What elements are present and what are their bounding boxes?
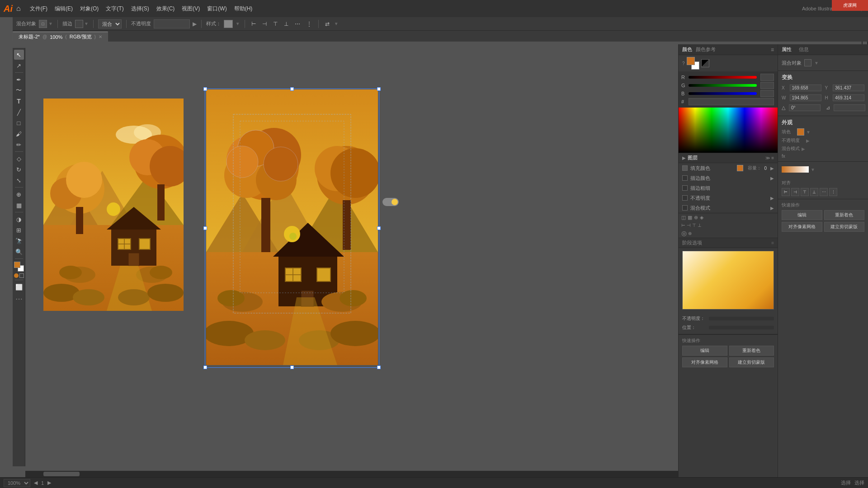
w-input[interactable] (790, 94, 821, 101)
eraser-tool[interactable]: ◇ (14, 154, 24, 164)
artboard-tool[interactable]: ⬜ (14, 282, 24, 292)
align-mid-prop[interactable]: ⋯ (820, 188, 828, 196)
more-tools[interactable]: ⋯ (15, 295, 23, 303)
opacity-arrow[interactable]: ▶ (193, 21, 197, 27)
props-title[interactable]: 属性 (782, 46, 792, 53)
stroke-checkbox[interactable] (682, 175, 688, 181)
menu-view[interactable]: 视图(V) (182, 5, 200, 13)
stroke-dropdown[interactable]: ▼ (84, 21, 89, 26)
style-dropdown[interactable]: ▼ (236, 21, 240, 26)
handle-bl[interactable] (203, 366, 207, 369)
object-dropdown[interactable]: ▼ (48, 21, 53, 26)
opacity-input[interactable] (154, 19, 190, 28)
paintbrush-tool[interactable]: 🖌 (14, 129, 24, 139)
warp-tool[interactable]: ⊕ (14, 189, 24, 199)
qa-props-edit[interactable]: 编辑 (782, 210, 822, 220)
graph-tool[interactable]: ▦ (14, 200, 24, 210)
x-input[interactable] (790, 84, 821, 91)
text-tool[interactable]: T (14, 96, 24, 106)
mesh-tool[interactable]: ⊞ (14, 225, 24, 235)
align-top-prop[interactable]: ⊥ (810, 188, 818, 196)
curvature-tool[interactable]: 〜 (14, 85, 24, 95)
transform-btn[interactable]: ⇄ (323, 20, 331, 28)
swap-colors-btn[interactable]: ? (682, 61, 685, 66)
align-btn-1[interactable]: ⊢ (681, 223, 685, 228)
handle-bm[interactable] (290, 366, 294, 369)
menu-select[interactable]: 选择(S) (131, 5, 149, 13)
path-btn-2[interactable]: ⊕ (688, 231, 692, 236)
scale-tool[interactable]: ⤡ (14, 175, 24, 185)
app-btn-4[interactable]: ◈ (700, 215, 703, 221)
menu-object[interactable]: 对象(O) (80, 5, 99, 13)
align-bot-prop[interactable]: ⋮ (829, 188, 837, 196)
align-left-prop[interactable]: ⊢ (782, 188, 790, 196)
object-icon[interactable]: □ (39, 20, 47, 28)
align-right-prop[interactable]: ⊤ (801, 188, 809, 196)
expand-icon[interactable]: ≫ (765, 155, 770, 160)
zoom-tool[interactable]: 🔍 (14, 247, 24, 257)
home-icon[interactable]: ⌂ (16, 5, 21, 13)
app-btn-2[interactable]: ▦ (688, 215, 692, 221)
qa-props-recolor[interactable]: 重新着色 (824, 210, 865, 220)
none-color-box[interactable] (701, 59, 709, 67)
menu-text[interactable]: 文字(T) (106, 5, 123, 13)
opacity-gradient-bar[interactable] (709, 317, 774, 320)
zoom-select[interactable]: 100% (4, 479, 30, 487)
document-tab[interactable]: 未标题-2* @ 100% ( RGB/预览 ) ✕ (13, 32, 108, 42)
position-gradient-bar[interactable] (709, 326, 774, 329)
gradient-menu-btn[interactable]: ≡ (771, 240, 774, 245)
color-spectrum[interactable] (679, 108, 778, 153)
blend-obj-dropdown[interactable]: ▼ (814, 61, 819, 66)
pen-tool[interactable]: ✒ (14, 75, 24, 84)
pencil-tool[interactable]: ✏ (14, 140, 24, 150)
fg-color-swatch[interactable] (14, 262, 20, 268)
align-btn-2[interactable]: ⊣ (687, 223, 691, 228)
color-mode-btn[interactable] (14, 273, 19, 278)
qa-props-mask[interactable]: 建立剪切蒙版 (824, 222, 865, 232)
fill-dropdown[interactable]: ▼ (806, 130, 811, 135)
line-tool[interactable]: ╱ (14, 107, 24, 117)
g-slider[interactable] (689, 84, 757, 87)
app-btn-1[interactable]: ◫ (681, 215, 686, 221)
handle-br[interactable] (377, 366, 381, 369)
align-bottom-btn[interactable]: ⋮ (305, 20, 314, 28)
blend-checkbox[interactable] (682, 205, 688, 211)
panel-menu-icon[interactable]: ≡ (771, 155, 774, 160)
direct-select-tool[interactable]: ↗ (14, 61, 24, 70)
color-bar-dropdown[interactable]: ▼ (811, 167, 815, 172)
blend-mode-prop-expand[interactable]: ▶ (802, 146, 805, 151)
color-tab[interactable]: 颜色 (682, 46, 692, 53)
menu-window[interactable]: 窗口(W) (207, 5, 226, 13)
props-tab2[interactable]: 信息 (799, 46, 809, 53)
fill-color-preview[interactable] (737, 165, 743, 171)
g-value[interactable] (760, 82, 774, 89)
page-arrows-right[interactable]: ▶ (47, 480, 51, 486)
fill-expand[interactable]: ▶ (770, 166, 774, 171)
opacity-expand[interactable]: ▶ (770, 196, 774, 201)
path-btn[interactable]: ◎ (681, 230, 687, 237)
align-btn-3[interactable]: ⊤ (692, 223, 696, 228)
align-left-btn[interactable]: ⊢ (250, 20, 258, 28)
color-panel-menu[interactable]: ≡ (771, 47, 774, 53)
align-right-btn[interactable]: ⊤ (271, 20, 279, 28)
fill-checkbox[interactable] (682, 165, 688, 171)
rotate-tool[interactable]: ↻ (14, 164, 24, 174)
align-middle-btn[interactable]: ⋯ (293, 20, 302, 28)
qa-align-grid-btn[interactable]: 对齐像素网格 (682, 357, 727, 367)
app-btn-3[interactable]: ⊕ (694, 215, 698, 221)
blend-expand[interactable]: ▶ (770, 206, 774, 211)
opacity-prop-expand[interactable]: ▶ (806, 138, 810, 143)
align-top-btn[interactable]: ⊥ (282, 20, 290, 28)
qa-recolor-btn[interactable]: 重新着色 (729, 346, 774, 356)
menu-effect[interactable]: 效果(C) (156, 5, 175, 13)
align-center-prop[interactable]: ⊣ (791, 188, 799, 196)
tab-close-btn[interactable]: ✕ (99, 34, 102, 39)
b-slider[interactable] (689, 92, 757, 95)
color-reference-tab[interactable]: 颜色参考 (696, 46, 716, 53)
hex-input[interactable] (689, 98, 774, 105)
gradient-tool[interactable]: ◑ (14, 214, 24, 224)
fg-color-box[interactable] (687, 57, 695, 65)
qa-mask-btn[interactable]: 建立剪切蒙版 (729, 357, 774, 367)
eyedropper-tool[interactable]: 🔭 (14, 236, 24, 246)
opacity-checkbox[interactable] (682, 195, 688, 201)
